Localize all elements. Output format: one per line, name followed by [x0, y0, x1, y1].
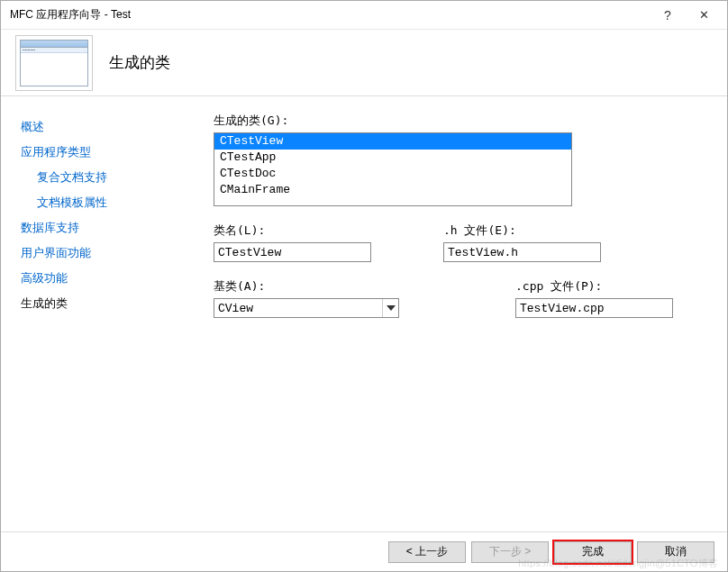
classname-input[interactable]	[214, 242, 371, 262]
close-button[interactable]: ✕	[686, 3, 722, 28]
sidebar-item-genclasses[interactable]: 生成的类	[21, 291, 163, 316]
window-title: MFC 应用程序向导 - Test	[10, 7, 650, 23]
sidebar-item-ui[interactable]: 用户界面功能	[21, 241, 163, 266]
header: ▪▪▪▪▪▪▪▪▪▪ 生成的类	[1, 30, 727, 96]
sidebar: 概述 应用程序类型 复合文档支持 文档模板属性 数据库支持 用户界面功能 高级功…	[1, 96, 172, 531]
sidebar-item-adv[interactable]: 高级功能	[21, 266, 163, 291]
baseclass-combo[interactable]: CView	[214, 298, 399, 318]
page-title: 生成的类	[109, 52, 170, 73]
generated-classes-list[interactable]: CTestView CTestApp CTestDoc CMainFrame	[214, 132, 572, 206]
list-item[interactable]: CMainFrame	[214, 182, 571, 198]
chevron-down-icon	[382, 299, 398, 317]
list-item[interactable]: CTestApp	[214, 150, 571, 166]
cancel-button[interactable]: 取消	[637, 541, 714, 563]
help-button[interactable]: ?	[650, 3, 686, 28]
sidebar-item-compdoc[interactable]: 复合文档支持	[21, 165, 163, 190]
cppfile-input[interactable]	[515, 298, 673, 318]
wizard-window: MFC 应用程序向导 - Test ? ✕ ▪▪▪▪▪▪▪▪▪▪ 生成的类 概述…	[0, 0, 728, 572]
finish-button[interactable]: 完成	[554, 541, 632, 563]
sidebar-item-db[interactable]: 数据库支持	[21, 215, 163, 241]
titlebar: MFC 应用程序向导 - Test ? ✕	[1, 1, 727, 30]
generated-classes-label: 生成的类(G):	[214, 113, 700, 129]
body: 概述 应用程序类型 复合文档支持 文档模板属性 数据库支持 用户界面功能 高级功…	[1, 96, 727, 531]
list-item[interactable]: CTestView	[214, 133, 571, 150]
sidebar-item-overview[interactable]: 概述	[21, 114, 163, 140]
sidebar-item-doctmpl[interactable]: 文档模板属性	[21, 190, 163, 215]
classname-label: 类名(L):	[214, 222, 371, 239]
sidebar-item-apptype[interactable]: 应用程序类型	[21, 140, 163, 165]
main-panel: 生成的类(G): CTestView CTestApp CTestDoc CMa…	[172, 96, 727, 531]
prev-button[interactable]: < 上一步	[388, 541, 466, 563]
wizard-page-icon: ▪▪▪▪▪▪▪▪▪▪	[15, 35, 93, 91]
next-button: 下一步 >	[471, 541, 549, 563]
list-item[interactable]: CTestDoc	[214, 166, 571, 182]
hfile-input[interactable]	[443, 242, 601, 262]
footer: < 上一步 下一步 > 完成 取消	[1, 531, 727, 571]
baseclass-label: 基类(A):	[214, 278, 399, 295]
cppfile-label: .cpp 文件(P):	[515, 278, 673, 295]
baseclass-value: CView	[214, 302, 382, 315]
hfile-label: .h 文件(E):	[443, 222, 601, 239]
